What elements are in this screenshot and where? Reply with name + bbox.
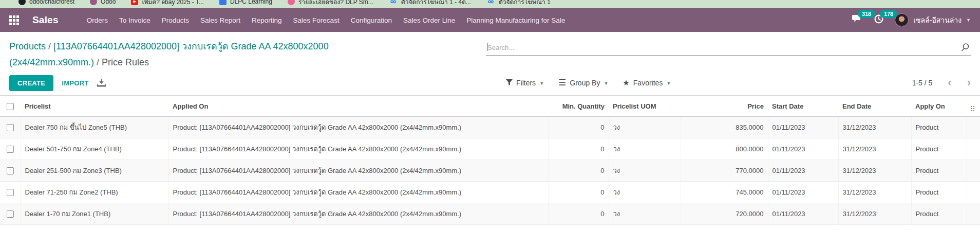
cell-price[interactable]: 835.0000 (681, 117, 768, 138)
bookmark-youtube-icon-ebay-2025-t[interactable]: ▶เพิ่มค? ebay 2025 - T... (131, 0, 203, 7)
cell-uom[interactable]: วง (609, 117, 681, 138)
bookmark-label: ตัวจัดการโฆษณา 1 (499, 0, 551, 7)
cell-apply-on[interactable]: Product (911, 117, 967, 138)
menu-products[interactable]: Products (156, 9, 195, 31)
menu-to-invoice[interactable]: To Invoice (114, 9, 156, 31)
group-by-dropdown[interactable]: ☰ Group By ▼ (558, 79, 608, 87)
messages-button[interactable]: 318 (852, 14, 863, 26)
cell-price[interactable]: 745.0000 (681, 182, 768, 203)
breadcrumb-item-products[interactable]: Products (9, 41, 46, 51)
menu-sales-forecast[interactable]: Sales Forecast (288, 9, 345, 31)
cell-apply-on[interactable]: Product (911, 138, 967, 160)
export-download-icon[interactable] (97, 79, 106, 87)
cell-applied-on[interactable]: Product: [113A07664401AA428002000] วงกบเ… (168, 138, 548, 160)
menu-sales-report[interactable]: Sales Report (195, 9, 246, 31)
breadcrumb-item-113a07664401aa428002[interactable]: [113A07664401AA428002000] วงกบเรดวู้ด Gr… (9, 41, 329, 67)
row-checkbox[interactable] (7, 167, 14, 174)
search-view-controls: Filters ▼ ☰ Group By ▼ ★ Favorites ▼ (506, 79, 671, 87)
column-header-pricelist-uom[interactable]: Pricelist UOM (609, 96, 681, 117)
column-header-start-date[interactable]: Start Date (768, 96, 838, 117)
pager-next-icon[interactable]: › (967, 79, 971, 87)
row-checkbox[interactable] (7, 189, 14, 196)
cell-end-date[interactable]: 31/12/2023 (838, 182, 911, 203)
cell-end-date[interactable]: 31/12/2023 (838, 203, 911, 225)
filters-dropdown[interactable]: Filters ▼ (506, 79, 544, 87)
cell-min-quantity[interactable]: 0 (548, 182, 609, 203)
menu-planning-manufacturing-for-sale[interactable]: Planning Manufacturing for Sale (461, 9, 571, 31)
row-checkbox[interactable] (7, 210, 14, 218)
column-header-price[interactable]: Price (681, 96, 768, 117)
apps-menu-icon[interactable] (9, 15, 19, 25)
cell-start-date[interactable]: 01/11/2023 (768, 117, 838, 138)
cell-apply-on[interactable]: Product (911, 203, 967, 225)
menu-sales-order-line[interactable]: Sales Order Line (398, 9, 461, 31)
search-icon[interactable] (961, 43, 969, 54)
cell-min-quantity[interactable]: 0 (548, 117, 609, 138)
row-checkbox[interactable] (7, 124, 14, 131)
cell-start-date[interactable]: 01/11/2023 (768, 138, 838, 160)
cell-price[interactable]: 770.0000 (681, 160, 768, 182)
optional-columns-toggle-icon[interactable] (971, 106, 974, 111)
cell-uom[interactable]: วง (609, 138, 681, 160)
cell-uom[interactable]: วง (609, 160, 681, 182)
cell-apply-on[interactable]: Product (911, 160, 967, 182)
breadcrumb: Products / [113A07664401AA428002000] วงก… (9, 39, 412, 71)
odoo-icon (90, 0, 97, 5)
cell-end-date[interactable]: 31/12/2023 (838, 160, 911, 182)
row-select-cell (0, 160, 21, 182)
cell-pricelist[interactable]: Dealer 750 กม ขึ้นไป Zone5 (THB) (21, 117, 168, 138)
user-name: เซลล์-อีสานล่าง (913, 14, 962, 26)
pager-previous-icon[interactable]: ‹ (948, 79, 951, 87)
favorites-dropdown[interactable]: ★ Favorites ▼ (623, 79, 671, 87)
bookmark-meta-icon-1-4[interactable]: ∞ตัวจัดการโฆษณา 1 - 4ด... (389, 0, 471, 7)
cell-uom[interactable]: วง (609, 182, 681, 203)
cell-pricelist[interactable]: Dealer 71-250 กม Zone2 (THB) (21, 182, 168, 203)
cell-min-quantity[interactable]: 0 (548, 138, 609, 160)
cell-start-date[interactable]: 01/11/2023 (768, 182, 838, 203)
app-name[interactable]: Sales (32, 14, 59, 26)
cell-start-date[interactable]: 01/11/2023 (768, 203, 838, 225)
cell-uom[interactable]: วง (609, 203, 681, 225)
column-header-apply-on[interactable]: Apply On (911, 96, 967, 117)
meta-icon: ∞ (389, 0, 398, 5)
table-row[interactable]: Dealer 251-500 กม Zone3 (THB)Product: [1… (0, 160, 980, 182)
cell-end-date[interactable]: 31/12/2023 (838, 117, 911, 138)
bookmark-github-icon-odoo-chalcforest[interactable]: odoo/chalcforest (18, 0, 74, 5)
cell-min-quantity[interactable]: 0 (548, 203, 609, 225)
import-button[interactable]: IMPORT (62, 79, 88, 87)
cell-pricelist[interactable]: Dealer 501-750 กม Zone4 (THB) (21, 138, 168, 160)
cell-start-date[interactable]: 01/11/2023 (768, 160, 838, 182)
cell-applied-on[interactable]: Product: [113A07664401AA428002000] วงกบเ… (168, 203, 548, 225)
cell-pricelist[interactable]: Dealer 1-70 กม Zone1 (THB) (21, 203, 168, 225)
menu-reporting[interactable]: Reporting (246, 9, 288, 31)
table-row[interactable]: Dealer 1-70 กม Zone1 (THB)Product: [113A… (0, 203, 980, 225)
menu-orders[interactable]: Orders (81, 9, 114, 31)
column-header-applied-on[interactable]: Applied On (168, 96, 548, 117)
cell-min-quantity[interactable]: 0 (548, 160, 609, 182)
bookmark-doc-icon-dlpc-learning[interactable]: DLPC Learning (219, 0, 272, 5)
cell-pricelist[interactable]: Dealer 251-500 กม Zone3 (THB) (21, 160, 168, 182)
cell-end-date[interactable]: 31/12/2023 (838, 138, 911, 160)
column-header-pricelist[interactable]: Pricelist (21, 96, 168, 117)
cell-applied-on[interactable]: Product: [113A07664401AA428002000] วงกบเ… (168, 160, 548, 182)
row-checkbox[interactable] (7, 146, 14, 153)
bookmark-odoo-icon-odoo[interactable]: Odoo (90, 0, 116, 5)
table-row[interactable]: Dealer 501-750 กม Zone4 (THB)Product: [1… (0, 138, 980, 160)
menu-configuration[interactable]: Configuration (345, 9, 398, 31)
user-menu[interactable]: เซลล์-อีสานล่าง ▼ (895, 13, 971, 27)
column-header-min-quantity[interactable]: Min. Quantity (548, 96, 609, 117)
search-input[interactable] (486, 40, 971, 56)
table-row[interactable]: Dealer 71-250 กม Zone2 (THB)Product: [11… (0, 182, 980, 203)
create-button[interactable]: CREATE (9, 75, 53, 91)
bookmark-meta-icon-1[interactable]: ∞ตัวจัดการโฆษณา 1 (486, 0, 551, 7)
table-row[interactable]: Dealer 750 กม ขึ้นไป Zone5 (THB)Product:… (0, 117, 980, 138)
cell-price[interactable]: 720.0000 (681, 203, 768, 225)
bookmark-pink-site-icon-dlp-sm[interactable]: รายละเอียดของ? DLP Sm... (288, 0, 373, 7)
select-all-checkbox[interactable] (7, 103, 14, 110)
cell-applied-on[interactable]: Product: [113A07664401AA428002000] วงกบเ… (168, 182, 548, 203)
activities-button[interactable]: 178 (874, 14, 883, 26)
cell-price[interactable]: 800.0000 (681, 138, 768, 160)
column-header-end-date[interactable]: End Date (838, 96, 911, 117)
cell-applied-on[interactable]: Product: [113A07664401AA428002000] วงกบเ… (168, 117, 548, 138)
cell-apply-on[interactable]: Product (911, 182, 967, 203)
